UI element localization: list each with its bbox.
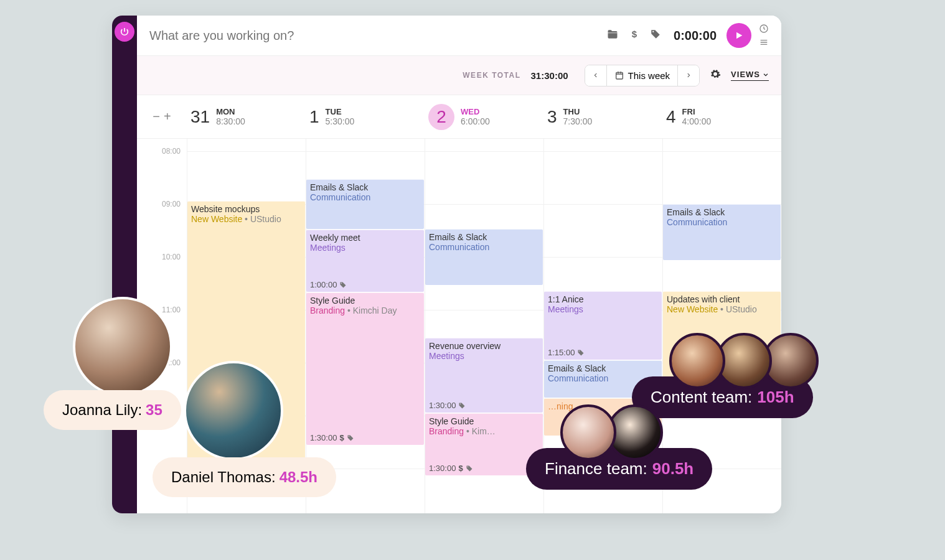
day-column: Emails & SlackCommunicationWeekly meetMe… [306, 139, 425, 513]
task-input[interactable] [149, 29, 596, 43]
day-total: 5:30:00 [326, 116, 355, 126]
event-title: Style Guide [310, 296, 420, 306]
event-duration: 1:15:00 [548, 348, 585, 357]
chevron-right-icon [685, 72, 692, 78]
event-duration: 1:30:00 $ [429, 464, 473, 473]
calendar-event[interactable]: Style GuideBranding • Kim…1:30:00 $ [425, 413, 543, 475]
week-total-value: 31:30:00 [531, 70, 568, 81]
time-label: 10:00 [162, 253, 181, 261]
day-total: 6:00:00 [461, 116, 490, 126]
event-project: Communication [310, 192, 420, 202]
calendar-event[interactable]: Emails & SlackCommunication [306, 179, 424, 229]
timer-bar: $ 0:00:00 [137, 16, 781, 55]
zoom-controls: − + [137, 95, 187, 138]
day-header[interactable]: 31MON8:30:00 [187, 95, 306, 138]
event-title: Emails & Slack [429, 232, 539, 242]
calendar-event[interactable]: Style GuideBranding • Kimchi Day1:30:00 … [306, 292, 424, 445]
day-column: Emails & SlackCommunicationRevenue overv… [425, 139, 543, 513]
day-header[interactable]: 1TUE5:30:00 [306, 95, 425, 138]
svg-rect-2 [616, 72, 623, 79]
tag-icon[interactable] [650, 29, 661, 42]
time-label: 08:00 [162, 147, 181, 156]
event-title: Revenue overview [429, 341, 539, 351]
calendar-event[interactable]: Weekly meetMeetings1:00:00 [306, 230, 424, 292]
event-project: Communication [667, 217, 777, 227]
event-project: Branding • Kim… [429, 426, 539, 436]
event-project: Communication [429, 242, 539, 252]
avatar [184, 361, 283, 460]
prev-button[interactable] [585, 65, 606, 86]
views-dropdown[interactable]: VIEWS [731, 70, 769, 81]
folder-icon[interactable] [606, 28, 619, 43]
range-label: This week [628, 70, 670, 81]
event-duration: 1:30:00 $ [310, 433, 354, 442]
zoom-in-button[interactable]: + [164, 110, 171, 124]
event-title: Emails & Slack [310, 182, 420, 192]
event-duration: 1:30:00 [429, 401, 466, 410]
calendar-event[interactable]: 1:1 AniceMeetings1:15:00 [544, 291, 662, 360]
event-title: Style Guide [429, 416, 539, 426]
day-total: 4:00:00 [682, 116, 712, 126]
svg-text:$: $ [632, 29, 637, 39]
day-header[interactable]: 3THU7:30:00 [543, 95, 662, 138]
calendar-event[interactable]: Emails & SlackCommunication [425, 229, 543, 285]
chevron-left-icon [593, 72, 599, 78]
calendar-event[interactable]: Emails & SlackCommunication [663, 204, 781, 260]
range-button[interactable]: This week [606, 65, 678, 86]
event-title: Updates with client [667, 294, 777, 304]
sidebar [112, 16, 137, 513]
event-project: Meetings [429, 351, 539, 361]
clock-icon [759, 24, 769, 34]
person-name: Joanna Lily: [62, 401, 142, 419]
avatar [73, 297, 172, 396]
day-total: 8:30:00 [216, 116, 245, 126]
avatar [669, 333, 725, 389]
settings-button[interactable] [710, 68, 721, 82]
event-duration: 1:00:00 [310, 280, 347, 289]
event-title: Website mockups [191, 204, 301, 214]
week-total-label: WEEK TOTAL [463, 71, 520, 80]
team-hours: 90.5h [652, 459, 694, 478]
dollar-icon[interactable]: $ [629, 29, 640, 42]
day-number: 31 [190, 107, 210, 127]
event-project: Branding • Kimchi Day [310, 306, 420, 315]
calendar-icon [614, 70, 624, 80]
day-header[interactable]: 4FRI4:00:00 [662, 95, 781, 138]
day-header-row: − + 31MON8:30:001TUE5:30:002WED6:00:003T… [137, 95, 781, 139]
event-project: Meetings [310, 243, 420, 253]
person-hours-badge: Daniel Thomas: 48.5h [153, 457, 336, 497]
day-name: MON [216, 107, 245, 116]
team-name: Finance team: [545, 459, 647, 478]
event-title: Weekly meet [310, 233, 420, 243]
date-navigator: This week [585, 65, 700, 86]
event-project: New Website • UStudio [191, 214, 301, 224]
day-name: TUE [326, 107, 355, 116]
power-button[interactable] [115, 22, 134, 42]
zoom-out-button[interactable]: − [153, 110, 160, 124]
event-project: New Website • UStudio [667, 304, 777, 314]
day-name: FRI [682, 107, 712, 116]
person-hours: 35 [146, 401, 162, 419]
day-header[interactable]: 2WED6:00:00 [425, 95, 543, 138]
power-icon [120, 27, 129, 37]
toolbar: WEEK TOTAL 31:30:00 This week VIEWS [137, 55, 781, 95]
person-hours: 48.5h [280, 469, 317, 486]
person-name: Daniel Thomas: [171, 469, 276, 486]
chevron-down-icon [763, 72, 769, 78]
next-button[interactable] [677, 65, 699, 86]
event-title: 1:1 Anice [548, 294, 658, 304]
time-label: 09:00 [162, 200, 181, 208]
day-total: 7:30:00 [563, 116, 593, 126]
mode-switcher[interactable] [759, 24, 769, 47]
gear-icon [710, 68, 721, 80]
play-icon [734, 30, 744, 40]
day-name: WED [461, 107, 490, 116]
day-number: 1 [309, 107, 319, 127]
day-name: THU [563, 107, 593, 116]
event-title: Emails & Slack [548, 363, 658, 373]
calendar-event[interactable]: Revenue overviewMeetings1:30:00 [425, 338, 543, 413]
day-number: 4 [666, 107, 676, 127]
event-title: Emails & Slack [667, 207, 777, 217]
play-button[interactable] [726, 23, 751, 48]
team-name: Content team: [651, 388, 752, 407]
